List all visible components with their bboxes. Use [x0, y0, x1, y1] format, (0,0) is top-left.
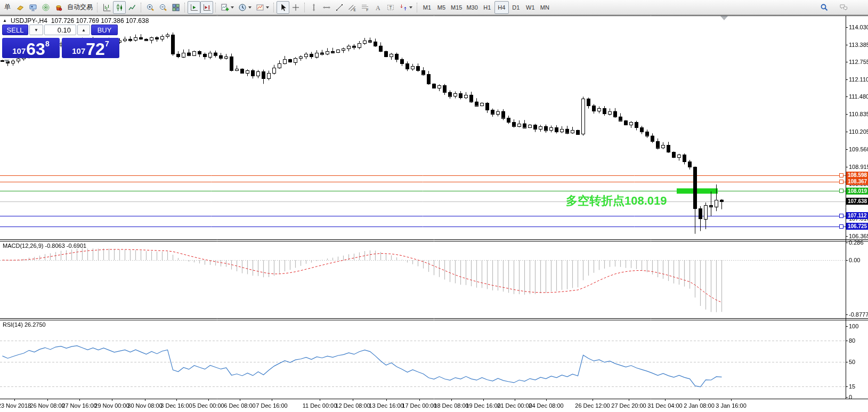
- price-level-label: 108.019: [846, 188, 868, 195]
- current-price-label: 107.638: [846, 198, 868, 205]
- vertical-line-button[interactable]: [307, 1, 320, 14]
- toolbar-separator: [417, 3, 418, 12]
- horizontal-line-button[interactable]: [320, 1, 333, 14]
- toolbar-separator: [304, 3, 305, 12]
- timeframe-h1-button[interactable]: H1: [480, 1, 494, 14]
- tile-windows-button[interactable]: [169, 1, 182, 14]
- toolbar: 单自动交易EFATM1M5M15M30H1H4D1W1MN: [0, 0, 868, 15]
- trendline-button[interactable]: [333, 1, 346, 14]
- sell-price-prefix: 107: [12, 46, 26, 55]
- sell-price-button[interactable]: 107 63 8: [2, 38, 60, 58]
- equidistant-channel-button[interactable]: E: [346, 1, 359, 14]
- timeframe-m30-button[interactable]: M30: [464, 1, 480, 14]
- search-icon-button[interactable]: [818, 1, 831, 14]
- price-level-label: 107.112: [846, 212, 868, 219]
- svg-text:A: A: [376, 4, 380, 11]
- chart-text-annotation: 多空转折点108.019: [566, 193, 667, 209]
- buy-price-prefix: 107: [72, 46, 85, 55]
- price-level-label: 108.367: [846, 178, 868, 185]
- timeframe-d1-button[interactable]: D1: [509, 1, 523, 14]
- volume-up-button[interactable]: ▲: [77, 25, 90, 35]
- zoom-in-button[interactable]: [144, 1, 157, 14]
- cursor-button[interactable]: [277, 1, 289, 14]
- templates-button[interactable]: [254, 1, 271, 14]
- ohlc-values: 107.726 107.769 107.386 107.638: [51, 17, 149, 25]
- svg-text:E: E: [354, 7, 356, 11]
- timeframe-mn-button[interactable]: MN: [538, 1, 552, 14]
- mt4-terminal: 单自动交易EFATM1M5M15M30H1H4D1W1MN ▲ USDJPY-,…: [0, 0, 868, 412]
- strategy-tester-icon-button[interactable]: [27, 1, 39, 14]
- arrows-button[interactable]: [397, 1, 415, 14]
- sell-button[interactable]: SELL: [2, 25, 28, 35]
- new-order-button[interactable]: 单: [1, 1, 14, 14]
- svg-text:T: T: [390, 5, 392, 10]
- toolbar-separator: [215, 3, 216, 12]
- chart-canvas[interactable]: [0, 15, 868, 412]
- one-click-trade-panel: SELL ▼ ▲ BUY 107 63 8 107 72 7: [2, 25, 119, 58]
- collapse-panel-icon[interactable]: ▲: [3, 19, 7, 23]
- chart-title: ▲ USDJPY-,H4 107.726 107.769 107.386 107…: [3, 17, 149, 25]
- price-level-label: 106.725: [846, 223, 868, 230]
- autotrading-button[interactable]: 自动交易: [65, 1, 95, 14]
- timeframe-m5-button[interactable]: M5: [434, 1, 449, 14]
- rsi-indicator-label: RSI(14) 26.2750: [3, 321, 46, 328]
- toolbar-separator: [97, 3, 98, 12]
- panel-collapse-icon[interactable]: [4, 60, 10, 63]
- signals-icon-button[interactable]: [39, 1, 52, 14]
- buy-price-button[interactable]: 107 72 7: [62, 38, 119, 58]
- fibonacci-button[interactable]: F: [359, 1, 371, 14]
- market-icon-button[interactable]: [52, 1, 65, 14]
- timeframe-h4-button[interactable]: H4: [494, 1, 509, 14]
- new-chart-button[interactable]: [218, 1, 236, 14]
- periods-button[interactable]: [236, 1, 254, 14]
- candlestick-chart-button[interactable]: [113, 1, 126, 14]
- market-watch-icon-button[interactable]: [14, 1, 27, 14]
- buy-button[interactable]: BUY: [91, 25, 118, 35]
- buy-price-pip: 7: [105, 39, 109, 48]
- toolbar-separator: [141, 3, 142, 12]
- auto-scroll-button[interactable]: [188, 1, 200, 14]
- zoom-out-button[interactable]: [157, 1, 169, 14]
- line-chart-button[interactable]: [126, 1, 139, 14]
- symbol-period-label: USDJPY-,H4: [11, 17, 47, 25]
- text-label-button[interactable]: T: [384, 1, 397, 14]
- crosshair-button[interactable]: [289, 1, 302, 14]
- sell-price-big: 63: [26, 42, 45, 57]
- toolbar-separator: [273, 3, 274, 12]
- timeframe-w1-button[interactable]: W1: [523, 1, 538, 14]
- buy-price-big: 72: [86, 42, 105, 57]
- sell-price-pip: 8: [45, 39, 50, 48]
- bar-chart-button[interactable]: [100, 1, 113, 14]
- timeframe-m1-button[interactable]: M1: [420, 1, 434, 14]
- svg-text:F: F: [367, 8, 369, 12]
- text-button[interactable]: A: [371, 1, 384, 14]
- chart-shift-button[interactable]: [200, 1, 213, 14]
- volume-down-button[interactable]: ▼: [29, 25, 43, 35]
- volume-input[interactable]: [44, 25, 76, 35]
- macd-indicator-label: MACD(12,26,9) -0.8063 -0.6901: [3, 243, 86, 249]
- chat-icon-button[interactable]: [837, 1, 850, 14]
- timeframe-m15-button[interactable]: M15: [449, 1, 464, 14]
- chart-shift-marker-icon[interactable]: [720, 16, 728, 20]
- toolbar-separator: [184, 3, 185, 12]
